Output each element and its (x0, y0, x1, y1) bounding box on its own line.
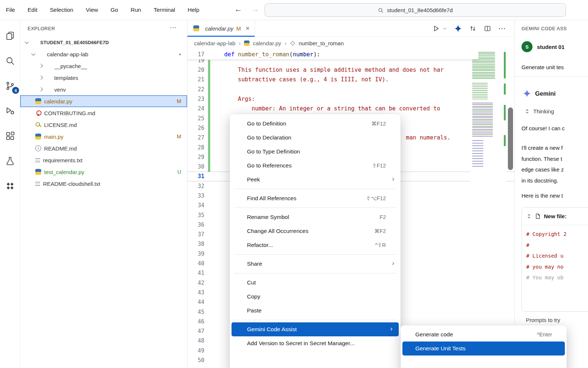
context-menu-item[interactable]: Peek › (230, 173, 401, 187)
menu-run[interactable]: Run (130, 7, 141, 13)
run-dropdown-chevron-icon[interactable] (442, 25, 447, 32)
unfold-icon[interactable] (526, 213, 532, 219)
explorer-more-icon[interactable]: ⋯ (170, 23, 177, 32)
context-menu-item[interactable]: Find All References ⇧⌥F12 (230, 191, 401, 205)
gemini-sparkle-icon[interactable] (454, 25, 462, 32)
menu-item-label: Copy (247, 293, 260, 300)
tree-item[interactable]: test_calendar.py U (20, 166, 187, 178)
file-label: README-cloudshell.txt (43, 181, 100, 187)
menu-view[interactable]: View (86, 7, 98, 13)
context-menu-item[interactable]: Copy (230, 290, 401, 304)
search-activity-button[interactable] (0, 48, 20, 73)
code-block-header[interactable]: New file: (522, 208, 588, 225)
line-number: 39 (187, 251, 204, 257)
tree-item[interactable]: venv (20, 84, 187, 95)
file-icon (35, 145, 41, 151)
close-icon[interactable]: × (246, 25, 250, 32)
tree-item[interactable]: README.md (20, 142, 187, 154)
menu-file[interactable]: File (6, 7, 15, 13)
git-status-badge: U (178, 169, 181, 175)
context-menu-item[interactable]: Refactor... ^⇧R (230, 238, 401, 252)
code-line[interactable]: 24 number: An integer or a string that c… (187, 104, 514, 113)
context-menu-item[interactable]: Change All Occurrences ⌘F2 (230, 224, 401, 238)
breadcrumb-folder[interactable]: calendar-app-lab (194, 40, 236, 46)
editor-scrollbar[interactable] (508, 107, 513, 170)
line-number: 22 (187, 86, 204, 93)
menu-edit[interactable]: Edit (28, 7, 37, 13)
context-menu-item[interactable]: Go to Declaration (230, 131, 401, 145)
tree-item[interactable]: templates (20, 72, 187, 84)
menu-go[interactable]: Go (111, 7, 118, 13)
line-number: 31 (187, 173, 204, 180)
context-menu-item[interactable]: Cut (230, 276, 401, 290)
submenu-item[interactable]: Generate code ^Enter (401, 328, 567, 342)
source-control-button[interactable]: 4 (0, 73, 20, 98)
tab-calendar-py[interactable]: calendar.py M × (187, 20, 255, 37)
context-menu-item[interactable]: Share › (230, 257, 401, 271)
file-icon (35, 122, 41, 128)
extensions-button[interactable] (0, 123, 20, 148)
sticky-scroll-line[interactable]: 17 def number_to_roman(number): (187, 50, 478, 59)
menu-selection[interactable]: Selection (50, 7, 74, 13)
split-editor-icon[interactable] (484, 25, 491, 32)
menu-item-label: Generate Unit Tests (415, 345, 466, 352)
context-menu-item[interactable]: Go to Type Definition (230, 145, 401, 159)
context-menu-item[interactable]: Paste (230, 304, 401, 318)
menu-shortcut: ^⇧R (375, 242, 386, 248)
tree-item[interactable]: LICENSE.md (20, 119, 187, 131)
run-icon[interactable] (432, 25, 440, 32)
code-line[interactable]: 22 (187, 85, 514, 94)
menu-terminal[interactable]: Terminal (154, 7, 175, 13)
context-menu-item[interactable] (234, 208, 396, 208)
chat-text-line: function. These t (521, 153, 564, 164)
tree-item[interactable]: requirements.txt (20, 154, 187, 166)
context-menu-item[interactable] (234, 189, 396, 189)
chat-paragraph: I'll create a new ffunction. These tedge… (521, 142, 564, 186)
activity-bar: 4 (0, 20, 20, 368)
breadcrumb-symbol[interactable]: number_to_roman (299, 40, 344, 46)
line-number: 47 (187, 328, 204, 335)
testing-button[interactable] (0, 148, 20, 173)
tree-item[interactable]: calendar.py M (20, 95, 187, 107)
context-menu-item[interactable] (234, 320, 396, 320)
context-menu-item[interactable] (234, 273, 396, 273)
code-line[interactable]: 21 subtractive cases (e.g., 4 is IIII, n… (187, 75, 514, 84)
menu-item-label: Peek (247, 176, 260, 183)
context-menu-item[interactable]: Gemini Code Assist › (232, 322, 399, 336)
submenu-item[interactable]: Generate Unit Tests (402, 342, 565, 355)
context-menu-item[interactable]: Rename Symbol F2 (230, 210, 401, 224)
line-number: 46 (187, 318, 204, 325)
breadcrumb-file[interactable]: calendar.py (253, 40, 281, 46)
code-line[interactable]: 20 This function uses a simple additive … (187, 65, 514, 75)
context-menu-item[interactable]: Go to References ⇧F12 (230, 159, 401, 173)
editor-toolbar: ⋯ (432, 25, 514, 32)
context-menu-item[interactable]: Go to Definition ⌘F12 (230, 117, 401, 131)
tree-item[interactable]: STUDENT_01_8E405D66FE7D (20, 36, 187, 48)
code-line[interactable]: 23 Args: (187, 94, 514, 104)
context-menu-item[interactable] (234, 254, 396, 255)
tree-item[interactable]: README-cloudshell.txt (20, 178, 187, 190)
run-debug-button[interactable] (0, 98, 20, 123)
back-arrow-icon[interactable]: ← (234, 5, 242, 14)
menu-help[interactable]: Help (188, 7, 200, 13)
gemini-submenu: Generate code ^Enter Generate Unit Tests (401, 325, 567, 368)
breadcrumb: calendar-app-lab › calendar.py › number_… (187, 37, 514, 50)
more-actions-icon[interactable]: ⋯ (498, 26, 506, 30)
code-text: This function uses a simple additive met… (224, 67, 444, 73)
explorer-activity-button[interactable] (0, 23, 20, 48)
minimap[interactable] (470, 50, 506, 368)
thinking-toggle[interactable]: Thinking (524, 108, 554, 114)
tree-item[interactable]: CONTRIBUTING.md (20, 107, 187, 119)
context-menu-item[interactable]: Add Version to Secret in Secret Manager.… (230, 336, 401, 350)
tree-item[interactable]: calendar-app-lab ● (20, 48, 187, 60)
tree-item[interactable]: main.py M (20, 131, 187, 142)
line-number: 21 (187, 76, 204, 83)
line-number: 42 (187, 280, 204, 286)
file-icon (46, 75, 51, 81)
compare-changes-icon[interactable] (469, 25, 477, 32)
command-search-box[interactable]: student_01_8e405d66fe7d (265, 3, 566, 17)
minimap-change-marker (504, 105, 506, 120)
chevron-icon (31, 52, 35, 56)
tree-item[interactable]: __pycache__ (20, 60, 187, 72)
cloud-code-button[interactable] (0, 173, 20, 198)
